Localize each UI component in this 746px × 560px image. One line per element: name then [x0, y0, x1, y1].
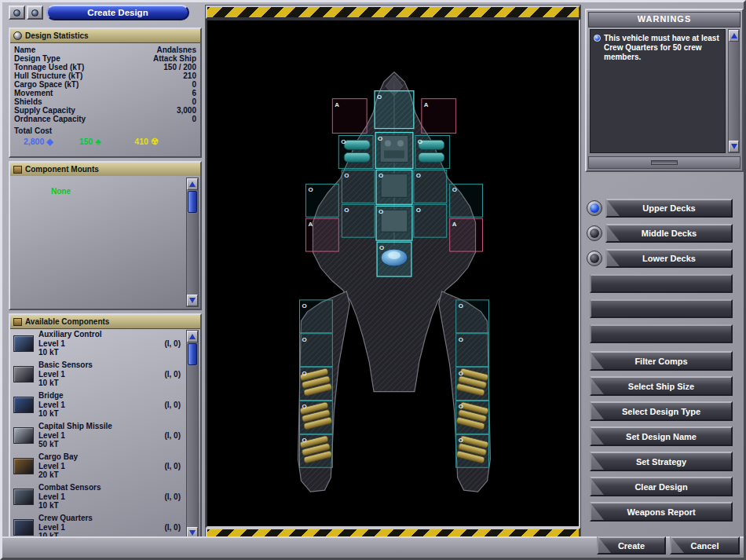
stat-row: Shields0: [14, 97, 196, 106]
stat-value: 150 / 200: [163, 63, 196, 71]
deck-option-row: Lower Decks: [587, 249, 733, 268]
component-family-info: (I, 0): [164, 523, 181, 532]
component-family-info: (I, 0): [164, 492, 181, 501]
system-knob-icon[interactable]: [27, 5, 43, 20]
component-level: Level 1: [38, 462, 164, 471]
components-crate-icon: [13, 318, 22, 326]
system-knob-icon[interactable]: [9, 5, 25, 20]
component-family-info: (I, 0): [164, 401, 181, 409]
stat-value: 3,000: [177, 106, 196, 115]
scroll-thumb[interactable]: [188, 191, 197, 213]
component-size: 50 kT: [38, 440, 164, 449]
slot-type-label: O: [302, 336, 306, 343]
component-list-item[interactable]: Crew QuartersLevel 110 kT(I, 0): [12, 512, 185, 540]
deck-option-empty: [590, 324, 733, 343]
scroll-track[interactable]: [187, 214, 198, 295]
create-button[interactable]: Create: [597, 536, 666, 555]
slot-type-label: O: [459, 302, 463, 309]
ship-design-view: AOAOOOOOOOOOOOAAOOOOOOOOOOO: [207, 20, 579, 526]
stat-label: Ordnance Capacity: [14, 115, 86, 123]
create-design-window: Create Design Design Statistics NameAnda…: [0, 0, 746, 560]
deck-option-empty: [590, 274, 733, 293]
available-components-title: Available Components: [25, 317, 109, 326]
design-statistics-body: NameAndalsnesDesign TypeAttack ShipTonna…: [10, 43, 200, 146]
component-level: Level 1: [38, 401, 164, 410]
component-family-info: (I, 0): [164, 370, 181, 379]
scroll-track[interactable]: [187, 366, 198, 527]
clear-design-button[interactable]: Clear Design: [590, 477, 733, 496]
slot-type-label: O: [302, 437, 306, 444]
weapons-report-button[interactable]: Weapons Report: [590, 502, 733, 522]
component-size: 10 kT: [38, 379, 164, 388]
scroll-track[interactable]: [729, 42, 739, 141]
component-list-item[interactable]: Combat SensorsLevel 110 kT(I, 0): [12, 481, 185, 512]
crew-quarters-icon: [13, 519, 34, 536]
component-list-item[interactable]: BridgeLevel 110 kT(I, 0): [12, 390, 185, 420]
ship-design-viewport: AOAOOOOOOOOOOOAAOOOOOOOOOOO: [206, 19, 580, 528]
stat-label: Design Type: [14, 54, 60, 63]
slot-type-label: O: [378, 208, 383, 215]
component-list-item[interactable]: Capital Ship MissileLevel 150 kT(I, 0): [12, 420, 185, 451]
component-text: BridgeLevel 110 kT: [38, 391, 164, 419]
deck-radio-lower-decks[interactable]: [587, 251, 602, 266]
stat-value: 0: [192, 80, 196, 89]
component-text: Cargo BayLevel 120 kT: [38, 452, 164, 480]
component-list-item[interactable]: Cargo BayLevel 120 kT(I, 0): [12, 451, 185, 481]
set-design-name-button[interactable]: Set Design Name: [590, 426, 733, 446]
radio-dot: [590, 254, 599, 263]
knob-dial-icon: [31, 9, 38, 16]
deck-option-upper-decks[interactable]: Upper Decks: [605, 199, 733, 218]
component-name: Crew Quarters: [38, 514, 164, 523]
scroll-up-button[interactable]: [187, 178, 198, 190]
deck-option-middle-decks[interactable]: Middle Decks: [605, 224, 733, 243]
stat-label: Cargo Space (kT): [14, 80, 79, 89]
cost-value: 150: [79, 137, 93, 146]
component-mounts-header: Component Mounts: [10, 163, 200, 177]
mounts-none-label: None: [51, 187, 71, 196]
component-list-item[interactable]: Basic SensorsLevel 110 kT(I, 0): [12, 359, 185, 390]
mounts-scrollbar: [186, 178, 199, 307]
warnings-scrollbar: [728, 29, 740, 153]
set-strategy-button[interactable]: Set Strategy: [590, 452, 733, 471]
stat-label: Shields: [14, 97, 42, 106]
design-statistics-title: Design Statistics: [25, 31, 89, 40]
deck-option-lower-decks[interactable]: Lower Decks: [605, 249, 733, 268]
warning-bullet-icon: [594, 35, 601, 42]
scroll-down-button[interactable]: [187, 295, 198, 306]
deck-radio-middle-decks[interactable]: [587, 225, 602, 241]
warnings-title: WARNINGS: [588, 12, 741, 27]
stat-value: 0: [192, 97, 196, 106]
arrow-down-icon: [189, 298, 196, 303]
slot-type-label: O: [302, 302, 306, 309]
stat-row: Cargo Space (kT)0: [14, 80, 196, 89]
resize-handle[interactable]: [651, 160, 678, 165]
select-ship-size-button[interactable]: Select Ship Size: [590, 376, 733, 396]
component-text: Combat SensorsLevel 110 kT: [38, 483, 164, 511]
scroll-up-button[interactable]: [729, 30, 739, 42]
cost-group: 2,800◆: [24, 137, 79, 146]
warnings-footer: [588, 156, 741, 169]
slot-type-label: O: [459, 437, 463, 444]
stat-row: NameAndalsnes: [14, 46, 196, 54]
bridge-icon: [13, 397, 34, 413]
cancel-button[interactable]: Cancel: [670, 536, 740, 555]
component-family-info: (I, 0): [164, 339, 181, 348]
component-mounts-body: None: [10, 176, 200, 309]
design-viewport-frame: AOAOOOOOOOOOOOAAOOOOOOOOOOO: [205, 5, 581, 542]
scroll-down-button[interactable]: [729, 141, 739, 152]
slot-type-label: O: [418, 138, 422, 145]
stat-row: Movement6: [14, 89, 196, 97]
auxiliary-control-icon: [13, 335, 34, 352]
component-size: 10 kT: [38, 501, 164, 511]
filter-comps-button[interactable]: Filter Comps: [590, 351, 733, 371]
slot-type-label: O: [459, 403, 463, 410]
deck-option-row: Upper Decks: [587, 199, 733, 218]
scroll-up-button[interactable]: [187, 331, 198, 342]
warning-list: This vehicle must have at least Crew Qua…: [594, 34, 722, 62]
scroll-thumb[interactable]: [188, 343, 197, 365]
deck-radio-upper-decks[interactable]: [587, 200, 602, 216]
component-text: Basic SensorsLevel 110 kT: [38, 361, 164, 388]
radio-dot: [590, 229, 599, 238]
select-design-type-button[interactable]: Select Design Type: [590, 401, 733, 421]
component-list-item[interactable]: Auxiliary ControlLevel 110 kT(I, 0): [12, 328, 185, 359]
